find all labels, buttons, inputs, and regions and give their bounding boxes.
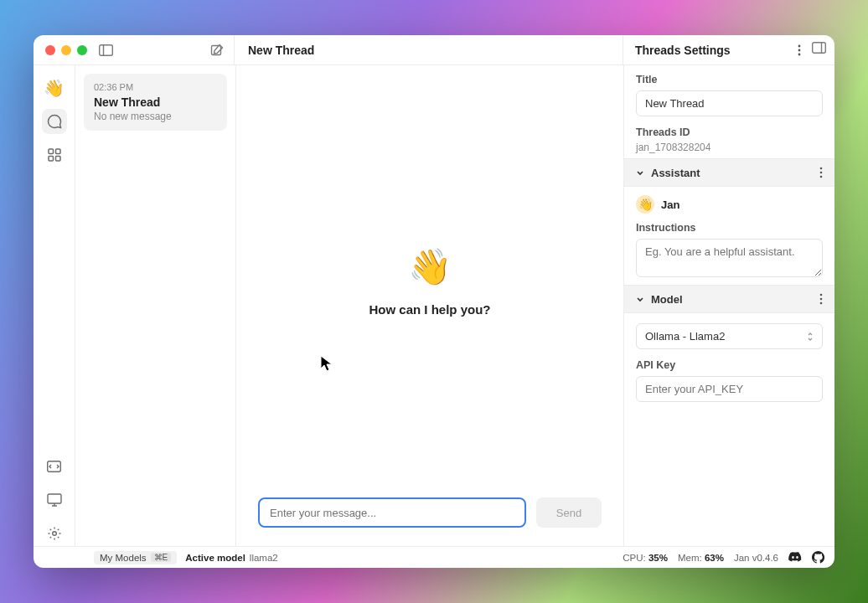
version-label: Jan v0.4.6 — [734, 553, 778, 563]
instructions-label: Instructions — [636, 222, 823, 234]
select-chevron-icon — [807, 332, 814, 342]
svg-rect-6 — [813, 43, 826, 54]
svg-point-5 — [798, 53, 801, 55]
api-key-input[interactable] — [636, 376, 823, 402]
active-model-value: llama2 — [250, 553, 278, 563]
nav-assistant-icon[interactable]: 👋 — [42, 75, 67, 100]
model-selected-value: Ollama - Llama2 — [645, 330, 725, 343]
settings-header: Threads Settings — [623, 35, 834, 64]
svg-point-3 — [798, 44, 801, 47]
nav-threads-icon[interactable] — [42, 109, 67, 134]
chevron-down-icon — [636, 168, 644, 177]
assistant-menu-icon[interactable] — [819, 167, 823, 178]
model-menu-icon[interactable] — [819, 293, 823, 305]
assistant-avatar: 👋 — [636, 195, 654, 214]
app-body: 👋 02:36 PM New Thread No new m — [34, 65, 834, 546]
nav-local-api-icon[interactable] — [42, 454, 67, 479]
model-select[interactable]: Ollama - Llama2 — [636, 323, 823, 349]
thread-item[interactable]: 02:36 PM New Thread No new message — [84, 74, 227, 131]
assistant-name: Jan — [661, 198, 679, 211]
threads-id-value: jan_1708328204 — [636, 142, 823, 153]
svg-point-18 — [820, 172, 823, 174]
nav-system-monitor-icon[interactable] — [42, 487, 67, 513]
svg-point-22 — [820, 302, 823, 305]
minimize-window-button[interactable] — [61, 45, 71, 55]
my-models-shortcut: ⌘E — [151, 553, 172, 562]
assistant-section-title: Assistant — [651, 167, 700, 179]
svg-rect-10 — [49, 157, 54, 162]
active-model-label: Active model — [185, 553, 245, 563]
thread-time: 02:36 PM — [94, 82, 217, 92]
wave-emoji: 👋 — [408, 246, 452, 287]
title-input[interactable] — [636, 90, 823, 116]
nav-settings-icon[interactable] — [42, 521, 67, 546]
titlebar-left — [34, 35, 235, 64]
empty-state: 👋 How can I help you? — [236, 65, 623, 497]
my-models-label: My Models — [100, 553, 147, 563]
svg-rect-8 — [49, 149, 54, 154]
nav-hub-icon[interactable] — [42, 142, 67, 168]
window-controls — [34, 45, 87, 55]
svg-rect-9 — [55, 149, 60, 154]
svg-rect-13 — [48, 494, 61, 503]
collapse-panel-icon[interactable] — [812, 42, 826, 54]
sidebar-toggle-icon[interactable] — [99, 44, 113, 56]
settings-menu-icon[interactable] — [798, 44, 801, 56]
api-key-label: API Key — [636, 359, 823, 371]
svg-point-20 — [820, 294, 823, 296]
active-model-indicator: Active model llama2 — [185, 553, 277, 563]
thread-title-header: New Thread — [235, 35, 623, 64]
github-icon[interactable] — [812, 551, 824, 564]
svg-point-4 — [798, 49, 801, 51]
svg-point-17 — [820, 168, 823, 170]
model-section-header[interactable]: Model — [624, 285, 834, 313]
threads-list: 02:36 PM New Thread No new message — [75, 65, 236, 546]
svg-rect-11 — [55, 157, 60, 162]
assistant-row: 👋 Jan — [624, 187, 834, 222]
nav-rail: 👋 — [34, 65, 75, 546]
close-window-button[interactable] — [45, 45, 55, 55]
instructions-textarea[interactable] — [636, 239, 823, 277]
svg-point-16 — [52, 532, 56, 536]
zoom-window-button[interactable] — [77, 45, 87, 55]
chevron-down-icon — [636, 295, 644, 303]
app-window: New Thread Threads Settings 👋 — [34, 35, 834, 568]
thread-settings-panel: Title Threads ID jan_1708328204 Assistan… — [623, 65, 834, 546]
my-models-button[interactable]: My Models ⌘E — [94, 551, 177, 564]
titlebar: New Thread Threads Settings — [34, 35, 834, 65]
svg-point-21 — [820, 298, 823, 301]
send-button[interactable]: Send — [536, 497, 602, 528]
chat-panel: 👋 How can I help you? Send — [236, 65, 623, 546]
model-section-title: Model — [651, 293, 683, 306]
assistant-section-header[interactable]: Assistant — [624, 158, 834, 187]
cpu-usage: CPU: 35% — [623, 553, 668, 563]
new-thread-icon[interactable] — [210, 44, 224, 57]
composer: Send — [236, 497, 623, 546]
hero-prompt: How can I help you? — [369, 302, 490, 317]
message-input[interactable] — [258, 497, 526, 528]
settings-title-text: Threads Settings — [635, 44, 731, 57]
svg-rect-0 — [100, 44, 113, 55]
thread-title: New Thread — [94, 95, 217, 109]
thread-subtitle: No new message — [94, 111, 217, 122]
discord-icon[interactable] — [788, 552, 802, 563]
threads-id-label: Threads ID — [636, 126, 823, 138]
thread-title-text: New Thread — [248, 44, 314, 57]
mem-usage: Mem: 63% — [678, 553, 724, 563]
svg-point-19 — [820, 176, 823, 178]
title-label: Title — [636, 74, 823, 85]
status-bar: My Models ⌘E Active model llama2 CPU: 35… — [34, 546, 834, 568]
